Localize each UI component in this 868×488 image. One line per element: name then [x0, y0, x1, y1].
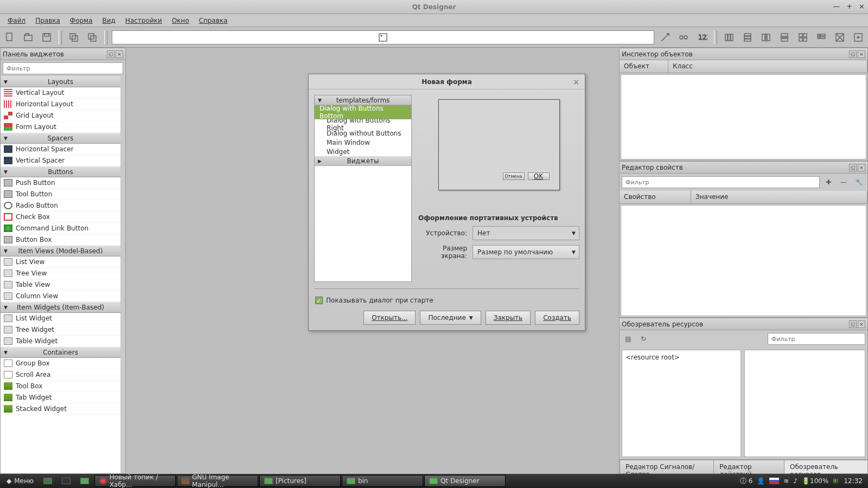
widget-item[interactable]: Horizontal Spacer [1, 144, 120, 155]
tab-action-editor[interactable]: Редактор действий [713, 460, 784, 473]
add-property-icon[interactable]: ✚ [822, 176, 835, 189]
break-layout-icon[interactable] [832, 30, 847, 45]
widget-item[interactable]: Tree Widget [1, 324, 120, 336]
layout-form-icon[interactable] [814, 30, 829, 45]
edit-tab-order-icon[interactable]: 123 [694, 30, 710, 45]
user-icon[interactable]: 👤 [757, 477, 765, 485]
remove-property-icon[interactable]: — [837, 176, 850, 189]
show-desktop-icon[interactable] [39, 475, 56, 487]
close-button[interactable]: Закрыть [486, 311, 531, 325]
menu-settings[interactable]: Настройки [121, 15, 167, 26]
widget-item[interactable]: List Widget [1, 313, 120, 324]
property-filter-input[interactable] [622, 176, 820, 188]
menu-view[interactable]: Вид [98, 15, 120, 26]
col-class[interactable]: Класс [668, 60, 867, 73]
menu-file[interactable]: Файл [3, 15, 30, 26]
menu-help[interactable]: Справка [195, 15, 232, 26]
adjust-size-icon[interactable] [851, 30, 866, 45]
widget-item[interactable]: Group Box [1, 358, 120, 369]
edit-widgets-icon[interactable] [112, 30, 654, 44]
widget-item[interactable]: Check Box [1, 211, 120, 223]
keyboard-layout-icon[interactable] [769, 478, 779, 484]
widget-item[interactable]: Horizontal Layout [1, 99, 120, 110]
taskbar-app[interactable]: [Pictures] [259, 475, 341, 487]
close-icon[interactable]: × [859, 2, 865, 10]
widget-item[interactable]: Form Layout [1, 121, 120, 133]
template-item[interactable]: Main Window [315, 138, 411, 147]
dock-close-icon[interactable]: × [116, 50, 123, 58]
taskbar-app[interactable]: Новый топик / Хабр... [94, 475, 176, 487]
widget-item[interactable]: Scroll Area [1, 369, 120, 381]
object-tree[interactable] [621, 74, 866, 159]
layout-vert-splitter-icon[interactable] [777, 30, 792, 45]
network-icon[interactable]: ≋ [783, 477, 789, 485]
widget-item[interactable]: Command Link Button [1, 223, 120, 234]
files-icon[interactable] [76, 475, 93, 487]
tab-resource-browser[interactable]: Обозреватель ресурсов [784, 460, 868, 473]
taskbar-app[interactable]: bin [342, 475, 423, 487]
template-item[interactable]: Dialog without Buttons [315, 129, 411, 138]
template-item[interactable]: Widget [315, 147, 411, 156]
widget-item[interactable]: List View [1, 256, 120, 268]
battery-icon[interactable]: 🔋100% [802, 477, 828, 485]
widget-item[interactable]: Table Widget [1, 336, 120, 347]
widget-item[interactable]: Column View [1, 291, 120, 302]
taskbar-app-active[interactable]: Qt Designer [424, 475, 506, 487]
cat-layouts[interactable]: ▼Layouts [1, 76, 120, 87]
open-button[interactable]: Открыть... [363, 311, 416, 325]
tab-signal-slot-editor[interactable]: Редактор Сигналов/Слотов [620, 460, 714, 473]
widget-filter-input[interactable] [3, 62, 123, 74]
resource-filter-input[interactable] [768, 333, 865, 345]
menu-window[interactable]: Окно [168, 15, 194, 26]
layout-horiz-splitter-icon[interactable] [758, 30, 774, 45]
widget-item[interactable]: Table View [1, 279, 120, 291]
taskbar-app[interactable]: GNU Image Manipul... [177, 475, 258, 487]
recent-button[interactable]: Последние▼ [420, 311, 481, 325]
dock-close-icon[interactable]: × [858, 164, 865, 171]
cat-buttons[interactable]: ▼Buttons [1, 166, 120, 177]
notification-icon[interactable]: ⓘ 6 [740, 477, 752, 486]
dock-float-icon[interactable]: ◱ [849, 164, 857, 171]
clock[interactable]: 12:32 [844, 477, 863, 485]
widget-item[interactable]: Push Button [1, 177, 120, 189]
show-on-startup-checkbox[interactable]: ✓ [315, 297, 323, 304]
send-back-icon[interactable] [66, 30, 81, 45]
widget-item[interactable]: Vertical Layout [1, 87, 120, 99]
reload-icon[interactable]: ↻ [637, 332, 650, 345]
resource-preview[interactable] [744, 350, 865, 457]
edit-resources-icon[interactable]: ▤ [622, 332, 635, 345]
resource-tree[interactable]: <resource root> [622, 350, 741, 457]
dock-float-icon[interactable]: ◱ [107, 50, 114, 58]
menu-form[interactable]: Форма [66, 15, 97, 26]
property-table[interactable] [621, 205, 866, 316]
minimize-icon[interactable]: — [833, 2, 840, 10]
widget-item[interactable]: Tree View [1, 268, 120, 279]
shield-icon[interactable]: ⛨ [833, 477, 839, 485]
col-value[interactable]: Значение [691, 191, 867, 203]
cat-spacers[interactable]: ▼Spacers [1, 133, 120, 144]
layout-grid-icon[interactable] [795, 30, 810, 45]
screen-size-select[interactable]: Размер по умолчанию▼ [473, 245, 579, 259]
layout-vert-icon[interactable] [740, 30, 755, 45]
cat-containers[interactable]: ▼Containers [1, 347, 120, 358]
configure-icon[interactable]: 🔧 [852, 176, 865, 189]
widget-item[interactable]: Grid Layout [1, 110, 120, 121]
bring-front-icon[interactable] [85, 30, 100, 45]
maximize-icon[interactable]: + [846, 2, 852, 10]
dock-float-icon[interactable]: ◱ [849, 50, 857, 58]
new-form-icon[interactable] [2, 30, 17, 45]
widget-item[interactable]: Vertical Spacer [1, 155, 120, 166]
dock-close-icon[interactable]: × [858, 320, 865, 328]
device-select[interactable]: Нет▼ [473, 226, 579, 240]
widget-item[interactable]: Tool Button [1, 189, 120, 200]
sound-icon[interactable]: ♪ [793, 477, 797, 485]
dialog-close-icon[interactable]: × [573, 78, 579, 86]
menu-edit[interactable]: Правка [31, 15, 65, 26]
save-form-icon[interactable] [39, 30, 54, 45]
start-menu-button[interactable]: ◆Меню [2, 475, 38, 487]
widget-item[interactable]: Tool Box [1, 381, 120, 392]
template-tree[interactable]: ▼templates/forms Dialog with Buttons Bot… [314, 95, 412, 282]
template-item[interactable]: Dialog with Buttons Right [315, 119, 411, 129]
widget-item[interactable]: Tab Widget [1, 392, 120, 403]
create-button[interactable]: Создать [535, 311, 579, 325]
